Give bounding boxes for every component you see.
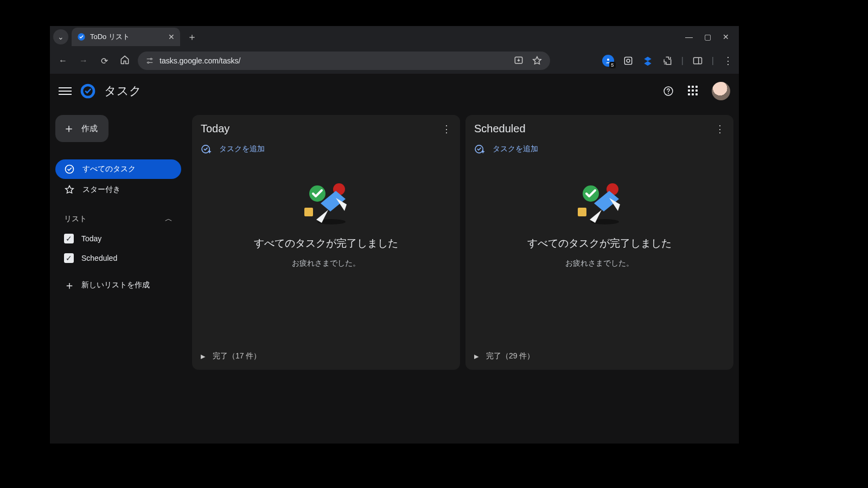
svg-rect-7 bbox=[693, 57, 701, 64]
sidebar-item-label: スター付き bbox=[82, 185, 120, 195]
install-app-icon[interactable] bbox=[513, 55, 524, 66]
completed-label: 完了（17 件） bbox=[213, 351, 261, 361]
svg-point-1 bbox=[150, 58, 152, 60]
svg-rect-5 bbox=[624, 57, 631, 64]
new-list-label: 新しいリストを作成 bbox=[81, 280, 150, 290]
svg-point-12 bbox=[668, 93, 669, 94]
add-task-button[interactable]: タスクを追加 bbox=[201, 140, 451, 158]
app-title: タスク bbox=[104, 83, 142, 99]
empty-state: すべてのタスクが完了しました お疲れさまでした。 bbox=[201, 177, 451, 268]
board-today: Today ⋮ タスクを追加 bbox=[192, 115, 460, 370]
empty-subtext: お疲れさまでした。 bbox=[201, 259, 451, 268]
check-circle-icon bbox=[64, 164, 75, 175]
tab-title: ToDo リスト bbox=[90, 32, 130, 42]
svg-point-2 bbox=[148, 62, 149, 63]
star-icon bbox=[64, 184, 75, 195]
side-panel-button[interactable] bbox=[692, 55, 703, 66]
empty-illustration bbox=[567, 177, 632, 226]
new-tab-button[interactable]: ＋ bbox=[184, 29, 200, 44]
tab-search-button[interactable]: ⌄ bbox=[53, 29, 68, 44]
plus-icon: ＋ bbox=[64, 278, 74, 293]
app-header: タスク bbox=[50, 74, 739, 108]
new-list-button[interactable]: ＋ 新しいリストを作成 bbox=[55, 275, 181, 295]
browser-tabbar: ⌄ ToDo リスト ✕ ＋ — ▢ ✕ bbox=[50, 26, 739, 48]
empty-subtext: お疲れさまでした。 bbox=[474, 259, 725, 268]
browser-tab[interactable]: ToDo リスト ✕ bbox=[72, 28, 180, 46]
add-task-icon bbox=[474, 144, 485, 155]
checkbox-checked-icon[interactable]: ✓ bbox=[64, 234, 74, 243]
tasks-app: タスク ＋ 作成 bbox=[50, 74, 739, 444]
svg-rect-21 bbox=[578, 208, 586, 216]
board-scheduled: Scheduled ⋮ タスクを追加 bbox=[465, 115, 733, 370]
completed-toggle[interactable]: ▶ 完了（17 件） bbox=[201, 344, 451, 363]
sidebar-item-all-tasks[interactable]: すべてのタスク bbox=[55, 159, 181, 179]
extension-icon-2[interactable] bbox=[642, 55, 653, 66]
puzzle-icon bbox=[662, 55, 673, 66]
site-security-chip[interactable] bbox=[145, 56, 154, 65]
empty-heading: すべてのタスクが完了しました bbox=[201, 236, 451, 251]
help-icon bbox=[663, 86, 674, 97]
list-item-label: Today bbox=[81, 234, 101, 243]
caret-right-icon: ▶ bbox=[474, 353, 478, 360]
extension-icon-1[interactable] bbox=[623, 55, 634, 66]
list-item-today[interactable]: ✓ Today bbox=[55, 229, 181, 248]
nav-reload-button[interactable]: ⟳ bbox=[97, 56, 112, 66]
profile-icon bbox=[605, 57, 611, 64]
board-title: Today bbox=[201, 123, 229, 135]
board-menu-button[interactable]: ⋮ bbox=[442, 124, 451, 134]
chrome-menu-button[interactable]: ⋮ bbox=[723, 55, 733, 66]
list-item-scheduled[interactable]: ✓ Scheduled bbox=[55, 248, 181, 268]
lists-header-label: リスト bbox=[64, 214, 87, 224]
board-title: Scheduled bbox=[474, 123, 526, 135]
empty-illustration bbox=[293, 177, 359, 226]
svg-point-13 bbox=[66, 165, 74, 174]
kebab-icon: ⋮ bbox=[723, 55, 733, 67]
browser-toolbar: ← → ⟳ tasks.google.com/tasks/ bbox=[50, 48, 739, 74]
account-avatar[interactable] bbox=[712, 82, 730, 100]
empty-heading: すべてのタスクが完了しました bbox=[474, 236, 725, 251]
help-button[interactable] bbox=[662, 85, 675, 98]
sidebar-item-starred[interactable]: スター付き bbox=[55, 180, 181, 200]
add-task-button[interactable]: タスクを追加 bbox=[474, 140, 725, 158]
url-text: tasks.google.com/tasks/ bbox=[159, 56, 240, 65]
google-apps-button[interactable] bbox=[687, 85, 700, 98]
window-controls: — ▢ ✕ bbox=[685, 33, 736, 41]
svg-rect-16 bbox=[304, 208, 313, 216]
create-task-button[interactable]: ＋ 作成 bbox=[55, 115, 108, 142]
plus-icon: ＋ bbox=[63, 123, 75, 134]
home-icon bbox=[119, 54, 130, 65]
completed-label: 完了（29 件） bbox=[486, 351, 534, 361]
tasks-favicon-icon bbox=[77, 33, 86, 41]
chevron-down-icon: ⌄ bbox=[58, 33, 64, 41]
window-minimize-button[interactable]: — bbox=[685, 33, 693, 41]
svg-point-4 bbox=[607, 59, 609, 61]
add-task-icon bbox=[201, 144, 212, 155]
tab-close-button[interactable]: ✕ bbox=[168, 33, 175, 41]
main-menu-button[interactable] bbox=[59, 85, 72, 98]
address-bar[interactable]: tasks.google.com/tasks/ bbox=[138, 52, 550, 70]
create-label: 作成 bbox=[81, 124, 98, 134]
apps-grid-icon bbox=[688, 86, 699, 97]
nav-home-button[interactable] bbox=[117, 54, 132, 67]
lists-section-header[interactable]: リスト ︿ bbox=[55, 209, 181, 229]
bookmark-star-icon[interactable] bbox=[532, 55, 542, 66]
window-maximize-button[interactable]: ▢ bbox=[703, 33, 712, 41]
tune-icon bbox=[145, 56, 154, 65]
sidebar: ＋ 作成 すべてのタスク スター付き bbox=[50, 108, 187, 444]
completed-toggle[interactable]: ▶ 完了（29 件） bbox=[474, 344, 725, 363]
nav-forward-button[interactable]: → bbox=[76, 56, 91, 66]
nav-back-button[interactable]: ← bbox=[55, 56, 71, 66]
boards-container: Today ⋮ タスクを追加 bbox=[187, 108, 739, 444]
extensions-button[interactable] bbox=[662, 55, 673, 66]
panel-icon bbox=[692, 55, 703, 66]
add-task-label: タスクを追加 bbox=[493, 144, 538, 154]
window-close-button[interactable]: ✕ bbox=[722, 33, 730, 41]
chevron-up-icon: ︿ bbox=[165, 214, 173, 224]
add-task-label: タスクを追加 bbox=[219, 144, 265, 154]
board-menu-button[interactable]: ⋮ bbox=[715, 124, 725, 134]
caret-right-icon: ▶ bbox=[201, 353, 205, 360]
profile-extension-badge[interactable] bbox=[602, 55, 614, 67]
checkbox-checked-icon[interactable]: ✓ bbox=[64, 253, 74, 263]
list-item-label: Scheduled bbox=[81, 254, 117, 262]
sidebar-item-label: すべてのタスク bbox=[82, 164, 136, 174]
